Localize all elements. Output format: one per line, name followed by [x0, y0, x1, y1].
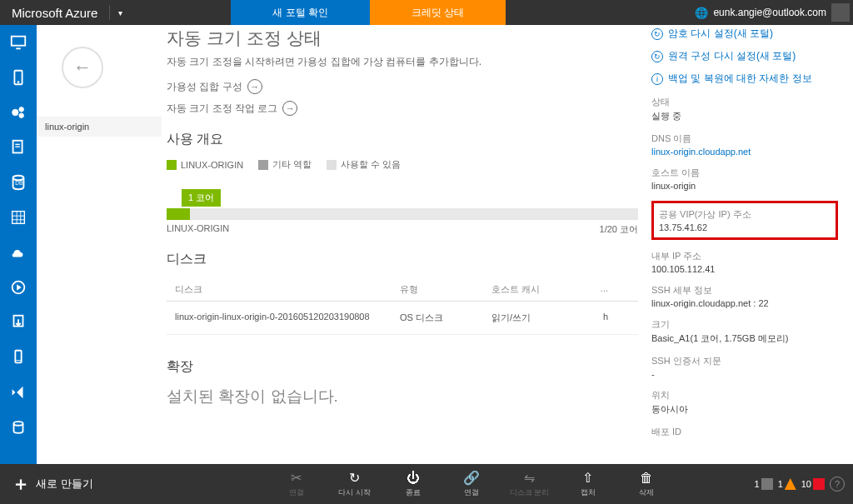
ext-heading: 확장	[167, 358, 638, 376]
swatch-green	[167, 160, 177, 170]
svg-rect-12	[12, 212, 25, 224]
credit-status-button[interactable]: 크레딧 상태	[370, 0, 506, 25]
notif-badge[interactable]: 1	[755, 478, 773, 490]
nav-document-icon[interactable]	[0, 130, 37, 165]
prop-ssh: SSH 세부 정보linux-origin.cloudapp.net : 22	[651, 284, 838, 308]
link-icon: 🔗	[463, 470, 480, 486]
svg-text:DB: DB	[15, 180, 22, 186]
attach-button[interactable]: 🔗연결	[442, 470, 501, 498]
svg-point-22	[14, 422, 23, 426]
bar-label: 1 코어	[182, 189, 221, 207]
progress-icon	[813, 478, 825, 490]
disk-name: linux-origin-linux-origin-0-201605120203…	[167, 312, 400, 324]
prop-size: 크기Basic_A1(1 코어, 1.75GB 메모리)	[651, 318, 838, 345]
nav-settings-icon[interactable]	[0, 95, 37, 130]
disk-header-row: 디스크 유형 호스트 캐시 ...	[167, 278, 638, 302]
ext-desc: 설치된 확장이 없습니다.	[167, 386, 638, 407]
back-button[interactable]: ←	[62, 47, 103, 88]
nav-mobile-icon[interactable]	[0, 60, 37, 95]
nav-download-icon[interactable]	[0, 305, 37, 340]
reset-icon: ↻	[651, 51, 663, 62]
autoscalelog-link[interactable]: 자동 크기 조정 작업 로그 →	[167, 101, 638, 116]
legend-b: 기타 역할	[272, 158, 312, 171]
avatar[interactable]	[831, 3, 850, 22]
nav-grid-icon[interactable]	[0, 200, 37, 235]
vip-highlight: 공용 VIP(가상 IP) 주소13.75.41.62	[651, 201, 838, 240]
autoscale-desc: 자동 크기 조정을 시작하려면 가용성 집합에 가상 컴퓨터를 추가합니다.	[167, 55, 638, 69]
prop-status: 상태실행 중	[651, 96, 838, 122]
nav-mobile2-icon[interactable]	[0, 340, 37, 375]
delete-button[interactable]: 🗑삭제	[617, 470, 676, 498]
disk-type: OS 디스크	[400, 312, 491, 324]
new-button[interactable]: ＋ 새로 만들기	[0, 472, 105, 497]
status-tray: 1 1 10 ?	[755, 477, 846, 492]
warning-icon	[785, 478, 796, 490]
svg-marker-18	[17, 284, 22, 290]
arrow-right-icon: →	[247, 79, 262, 94]
warning-badge[interactable]: 1	[778, 478, 796, 490]
availset-label: 가용성 집합 구성	[167, 80, 242, 94]
availset-link[interactable]: 가용성 집합 구성 →	[167, 79, 638, 94]
disk-row[interactable]: linux-origin-linux-origin-0-201605120203…	[167, 302, 638, 335]
prop-deployid: 배포 ID	[651, 426, 838, 438]
restart-button[interactable]: ↻다시 시작	[326, 470, 384, 498]
th-disk[interactable]: 디스크	[167, 283, 400, 296]
action-bar: ✂연결 ↻다시 시작 ⏻종료 🔗연결 ⇋디스크 분리 ⇧캡처 🗑삭제	[267, 470, 676, 498]
prop-vip: 공용 VIP(가상 IP) 주소13.75.41.62	[659, 208, 831, 232]
bar-track	[167, 208, 638, 220]
disk-cache: 읽기/쓰기	[491, 312, 583, 324]
disk-table: 디스크 유형 호스트 캐시 ... linux-origin-linux-ori…	[167, 278, 638, 335]
backup-info-link[interactable]: i백업 및 복원에 대한 자세한 정보	[651, 72, 838, 86]
user-email[interactable]: eunk.angie@outlook.com	[713, 7, 831, 18]
disk-heading: 디스크	[167, 251, 638, 268]
info-icon: i	[651, 73, 663, 85]
detach-button[interactable]: ⇋디스크 분리	[501, 470, 559, 498]
reset-icon: ↻	[651, 28, 663, 40]
legend-c: 사용할 수 있음	[341, 158, 401, 171]
nav-database-icon[interactable]: DB	[0, 165, 37, 200]
usage-bar: 1 코어 LINUX-ORIGIN 1/20 코어	[167, 189, 638, 236]
chevron-down-icon[interactable]: ▾	[110, 8, 131, 17]
capture-icon: ⇧	[582, 470, 593, 486]
th-more[interactable]: ...	[583, 283, 608, 296]
brand-label: Microsoft Azure	[0, 6, 109, 20]
reset-password-link[interactable]: ↻암호 다시 설정(새 포털)	[651, 27, 838, 41]
restart-icon: ↻	[349, 470, 360, 486]
th-cache[interactable]: 호스트 캐시	[491, 283, 583, 296]
reset-remote-link[interactable]: ↻원격 구성 다시 설정(새 포털)	[651, 49, 838, 63]
bar-fill	[167, 208, 190, 220]
legend-a: LINUX-ORIGIN	[181, 160, 243, 170]
help-icon[interactable]: ?	[830, 477, 845, 492]
arrow-right-icon: →	[282, 101, 297, 116]
nav-monitor-icon[interactable]	[0, 25, 37, 60]
svg-point-6	[19, 113, 23, 118]
top-bar: Microsoft Azure ▾ 새 포털 확인 크레딧 상태 🌐 eunk.…	[0, 0, 853, 25]
breadcrumb-item[interactable]: linux-origin	[37, 117, 162, 137]
nav-vs-icon[interactable]	[0, 375, 37, 410]
bar-left-caption: LINUX-ORIGIN	[167, 223, 229, 236]
nav-storage-icon[interactable]	[0, 410, 37, 445]
nav-hdinsight-icon[interactable]	[0, 235, 37, 270]
breadcrumb-area: ← linux-origin	[37, 25, 162, 137]
main-content: 자동 크기 조정 상태 자동 크기 조정을 시작하려면 가용성 집합에 가상 컴…	[162, 25, 646, 464]
bottom-bar: ＋ 새로 만들기 ✂연결 ↻다시 시작 ⏻종료 🔗연결 ⇋디스크 분리 ⇧캡처 …	[0, 464, 853, 504]
prop-dns: DNS 이름linux-origin.cloudapp.net	[651, 132, 838, 157]
svg-rect-0	[12, 37, 26, 46]
disk-extra: h	[583, 312, 608, 324]
svg-point-4	[12, 109, 18, 115]
bar-right-caption: 1/20 코어	[600, 223, 638, 236]
shutdown-button[interactable]: ⏻종료	[384, 470, 442, 498]
nav-media-icon[interactable]	[0, 270, 37, 305]
th-type[interactable]: 유형	[400, 283, 491, 296]
autoscalelog-label: 자동 크기 조정 작업 로그	[167, 102, 277, 116]
connect-button[interactable]: ✂연결	[267, 470, 326, 498]
prop-host: 호스트 이름linux-origin	[651, 167, 838, 191]
capture-button[interactable]: ⇧캡처	[559, 470, 617, 498]
usage-legend: LINUX-ORIGIN 기타 역할 사용할 수 있음	[167, 158, 638, 171]
progress-badge[interactable]: 10	[801, 478, 825, 490]
new-portal-button[interactable]: 새 포털 확인	[231, 0, 370, 25]
usage-heading: 사용 개요	[167, 131, 638, 148]
unplug-icon: ✂	[291, 470, 302, 486]
unlink-icon: ⇋	[524, 470, 535, 486]
power-icon: ⏻	[407, 471, 420, 486]
